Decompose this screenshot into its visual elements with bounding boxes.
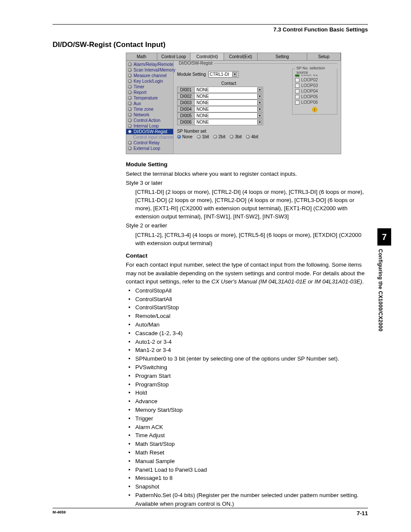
chevron-down-icon[interactable]: ▾: [257, 113, 262, 118]
sidebar-item-alarm-relay-remote[interactable]: Alarm/Relay/Remote: [126, 62, 173, 67]
tab-control-int-[interactable]: Control(Int): [190, 53, 224, 60]
list-item: SPNumber0 to 3 bit (enter by selecting o…: [126, 355, 368, 363]
radio-label: 2bit: [218, 134, 225, 139]
list-item: Auto/Man: [126, 320, 368, 329]
sidebar-item-control-action[interactable]: Control Action: [126, 118, 173, 123]
chevron-down-icon[interactable]: ▾: [257, 107, 262, 112]
tab-control-ext-[interactable]: Control(Ext): [224, 53, 258, 60]
loop-checkbox-row[interactable]: LOOP05: [294, 94, 335, 100]
sidebar-item-external-loop[interactable]: External Loop: [126, 146, 173, 151]
contact-value-combo[interactable]: NONE▾: [194, 93, 263, 100]
sp-number-option[interactable]: 1bit: [197, 134, 209, 139]
sp-number-option[interactable]: 4bit: [246, 134, 258, 139]
tab-control-loop[interactable]: Control Loop: [157, 53, 191, 60]
sidebar-item-key-lock-login[interactable]: Key Lock/Login: [126, 78, 173, 84]
loop-label: LOOP05: [301, 94, 318, 99]
chevron-down-icon[interactable]: ▾: [257, 94, 262, 99]
checkbox-icon[interactable]: [295, 78, 299, 82]
tab-math[interactable]: Math: [126, 53, 157, 60]
sidebar-item-di-do-sw-regist[interactable]: DI/DO/SW-Regist: [126, 129, 173, 134]
bullet-icon: [128, 141, 132, 145]
sidebar-item-label: Control Action: [134, 118, 160, 123]
contact-value-combo[interactable]: NONE▾: [194, 112, 263, 119]
tab-setup[interactable]: Setup: [307, 53, 341, 60]
module-setting-label: Module Setting: [177, 72, 206, 77]
contact-id: DI004: [177, 106, 194, 112]
contact-value-combo[interactable]: NONE▾: [194, 100, 263, 106]
contact-header: Contact: [194, 81, 263, 86]
list-item: ControlStopAll: [126, 286, 368, 295]
module-p2: Style 3 or later: [126, 179, 368, 187]
contact-row: DI001NONE▾: [177, 87, 263, 93]
contact-row: DI006NONE▾: [177, 119, 263, 125]
contact-p1b: CX User's Manual (IM 04L31A01-01E or IM …: [212, 278, 362, 285]
loop-checkbox-row[interactable]: LOOP06: [294, 100, 335, 105]
list-item: Cascade (1-2, 3-4): [126, 329, 368, 338]
sidebar-item-label: Aux: [134, 101, 141, 106]
sidebar-item-control-relay[interactable]: Control Relay: [126, 140, 173, 146]
sp-number-option[interactable]: 2bit: [213, 134, 225, 139]
list-item: ControlStartAll: [126, 295, 368, 304]
bullet-icon: [128, 90, 132, 94]
chevron-down-icon[interactable]: ▾: [257, 87, 262, 92]
bullet-icon: [128, 124, 132, 128]
chevron-down-icon[interactable]: ▾: [257, 100, 262, 105]
sidebar-item-aux[interactable]: Aux: [126, 101, 173, 106]
sidebar-item-scan-interval-memory[interactable]: Scan Interval/Memory: [126, 67, 173, 73]
list-item: Trigger: [126, 414, 368, 423]
radio-icon: [230, 135, 234, 139]
sidebar-item-label: Internal Loop: [134, 124, 159, 128]
chapter-badge: 7: [377, 228, 391, 246]
contact-value-combo[interactable]: NONE▾: [194, 119, 263, 125]
radio-icon: [177, 135, 181, 139]
list-item: Message1 to 8: [126, 474, 368, 482]
loop-checkbox-row[interactable]: LOOP04: [294, 88, 335, 94]
footer-right: 7-11: [357, 510, 368, 516]
sidebar-item-temperature[interactable]: Temperature: [126, 95, 173, 101]
checkbox-icon[interactable]: [295, 84, 299, 88]
bullet-icon: [128, 146, 132, 150]
list-item: Time Adjust: [126, 431, 368, 440]
loop-label: LOOP02: [301, 78, 318, 82]
tab-setting[interactable]: Setting: [258, 53, 308, 60]
sidebar-item-label: Timer: [134, 84, 144, 89]
bullet-icon: [128, 96, 132, 100]
module-setting-value: CTRL1-DI: [210, 72, 229, 77]
chevron-down-icon[interactable]: ▾: [232, 72, 237, 77]
checkbox-icon[interactable]: [295, 89, 299, 93]
sidebar-item-internal-loop[interactable]: Internal Loop: [126, 123, 173, 129]
sidebar-item-report[interactable]: Report: [126, 90, 173, 95]
sp-source-label: SP No. selection source: [295, 66, 337, 75]
bullet-icon: [128, 68, 132, 72]
contact-row: DI004NONE▾: [177, 106, 263, 112]
list-item: Math Reset: [126, 448, 368, 457]
sidebar-item-label: Key Lock/Login: [134, 79, 163, 84]
radio-icon: [213, 135, 217, 139]
loop-label: LOOP03: [301, 83, 318, 88]
module-setting-combo[interactable]: CTRL1-DI ▾: [209, 71, 239, 78]
sidebar-item-network[interactable]: Network: [126, 112, 173, 118]
radio-label: 4bit: [251, 134, 258, 139]
checkbox-icon[interactable]: [295, 95, 299, 99]
contact-row: DI003NONE▾: [177, 100, 263, 106]
sp-number-option[interactable]: 3bit: [230, 134, 242, 139]
bullet-icon: [128, 130, 132, 134]
contact-id: DI002: [177, 93, 194, 100]
contact-value-combo[interactable]: NONE▾: [194, 106, 263, 112]
sidebar-item-label: Temperature: [134, 96, 158, 100]
checkbox-icon[interactable]: [295, 100, 299, 105]
sidebar-item-timer[interactable]: Timer: [126, 84, 173, 90]
sidebar-item-time-zone[interactable]: Time zone: [126, 106, 173, 112]
chevron-down-icon[interactable]: ▾: [257, 120, 262, 124]
list-item: ProgramStop: [126, 380, 368, 389]
loop-checkbox-row[interactable]: LOOP03: [294, 83, 335, 88]
list-item: Snapshot: [126, 482, 368, 491]
sidebar-item-label: Control Relay: [134, 140, 160, 145]
sp-number-option[interactable]: None: [177, 134, 193, 139]
sidebar-item-control-input-channel[interactable]: Control input channel: [126, 134, 173, 140]
contact-value-combo[interactable]: NONE▾: [194, 87, 263, 93]
radio-label: 1bit: [202, 134, 209, 139]
list-item: Advance: [126, 397, 368, 406]
sidebar-item-measure-channel[interactable]: Measure channel: [126, 73, 173, 78]
loop-checkbox-row[interactable]: LOOP02: [294, 77, 335, 83]
